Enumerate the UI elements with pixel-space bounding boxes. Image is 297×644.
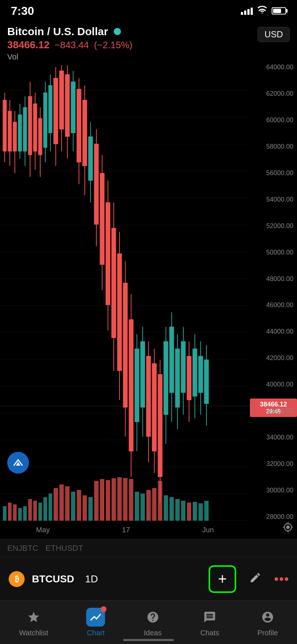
price-label-54000: 54000.00 bbox=[250, 196, 297, 203]
price-change: −843.44 bbox=[55, 40, 89, 51]
current-price: 38466.12 bbox=[7, 39, 50, 51]
svg-rect-137 bbox=[146, 490, 151, 521]
price-change-pct: (−2.15%) bbox=[94, 40, 133, 51]
chart-area[interactable]: 38466.12 29:49 64000.00 62000.00 60000.0… bbox=[0, 63, 297, 539]
svg-rect-3 bbox=[8, 111, 12, 151]
toolbar-symbol: BTCUSD bbox=[32, 573, 74, 585]
svg-rect-36 bbox=[65, 74, 70, 136]
svg-rect-125 bbox=[77, 490, 81, 521]
price-label-44000: 44000.00 bbox=[250, 328, 297, 335]
nav-ideas-label: Ideas bbox=[144, 629, 162, 637]
svg-rect-120 bbox=[49, 494, 52, 521]
price-label-58000: 58000.00 bbox=[250, 143, 297, 150]
chats-icon bbox=[200, 608, 219, 627]
more-options-button[interactable] bbox=[275, 577, 288, 581]
svg-rect-54 bbox=[100, 173, 104, 265]
price-label-48000: 48000.00 bbox=[250, 275, 297, 283]
nav-ideas[interactable]: Ideas bbox=[143, 608, 162, 637]
nav-profile[interactable]: Profile bbox=[258, 608, 278, 637]
price-label-64000: 64000.00 bbox=[250, 63, 297, 71]
svg-rect-51 bbox=[94, 144, 99, 224]
price-label-28000: 28000.00 bbox=[250, 513, 297, 521]
ideas-icon bbox=[143, 608, 162, 627]
ticker-ethusdt: ETHUSDT bbox=[46, 544, 83, 553]
svg-rect-66 bbox=[123, 283, 127, 407]
svg-rect-139 bbox=[158, 481, 162, 521]
price-label-62000: 62000.00 bbox=[250, 90, 297, 98]
svg-rect-119 bbox=[43, 497, 47, 521]
currency-badge[interactable]: USD bbox=[258, 27, 290, 42]
svg-rect-138 bbox=[152, 488, 156, 521]
svg-rect-141 bbox=[170, 497, 174, 521]
svg-rect-146 bbox=[198, 503, 203, 521]
nav-chart[interactable]: Chart bbox=[86, 608, 105, 637]
price-axis: 64000.00 62000.00 60000.00 58000.00 5600… bbox=[250, 63, 297, 539]
bottom-nav: Watchlist Chart Ideas Chats bbox=[0, 600, 297, 644]
svg-rect-102 bbox=[193, 349, 197, 396]
svg-rect-42 bbox=[77, 89, 81, 162]
nav-profile-label: Profile bbox=[258, 629, 278, 637]
svg-rect-18 bbox=[33, 104, 37, 151]
chart-header: Bitcoin / U.S. Dollar USD 38466.12 −843.… bbox=[0, 22, 297, 64]
svg-rect-63 bbox=[117, 254, 122, 371]
svg-rect-12 bbox=[23, 107, 27, 151]
svg-rect-128 bbox=[94, 481, 99, 521]
home-indicator bbox=[123, 639, 174, 641]
svg-rect-127 bbox=[88, 497, 93, 521]
price-label-40000: 40000.00 bbox=[250, 381, 297, 388]
svg-rect-140 bbox=[164, 495, 168, 521]
svg-rect-6 bbox=[13, 122, 17, 151]
price-label-30000: 30000.00 bbox=[250, 487, 297, 494]
pair-name: Bitcoin / U.S. Dollar bbox=[7, 25, 108, 38]
pencil-icon[interactable] bbox=[249, 571, 262, 587]
svg-rect-21 bbox=[38, 118, 42, 155]
svg-rect-108 bbox=[204, 360, 209, 404]
svg-rect-134 bbox=[129, 479, 133, 521]
svg-rect-124 bbox=[71, 492, 75, 521]
svg-rect-81 bbox=[152, 363, 156, 451]
svg-rect-60 bbox=[112, 228, 116, 338]
svg-rect-0 bbox=[3, 100, 7, 151]
btc-icon: ₿ bbox=[9, 571, 25, 587]
pair-row: Bitcoin / U.S. Dollar USD bbox=[7, 25, 290, 38]
svg-rect-111 bbox=[3, 506, 7, 521]
price-label-42000: 42000.00 bbox=[250, 354, 297, 362]
signal-icon bbox=[241, 7, 253, 15]
nav-watchlist[interactable]: Watchlist bbox=[19, 608, 48, 637]
svg-rect-33 bbox=[59, 71, 64, 129]
time-axis: May 17 Jun bbox=[0, 521, 250, 539]
svg-rect-39 bbox=[71, 82, 75, 133]
svg-rect-126 bbox=[83, 495, 87, 521]
svg-rect-84 bbox=[158, 374, 162, 476]
svg-rect-135 bbox=[135, 492, 139, 521]
svg-rect-15 bbox=[28, 96, 32, 155]
status-time: 7:30 bbox=[11, 4, 34, 18]
ticker-strip: ENJBTC ETHUSDT bbox=[0, 539, 297, 557]
svg-rect-113 bbox=[13, 504, 17, 521]
chart-toolbar: ₿ BTCUSD 1D + bbox=[0, 557, 297, 600]
toolbar-timeframe: 1D bbox=[85, 573, 98, 585]
svg-rect-121 bbox=[54, 488, 58, 521]
price-label-34000: 34000.00 bbox=[250, 434, 297, 441]
chart-notification-badge bbox=[101, 606, 106, 612]
svg-rect-117 bbox=[33, 501, 37, 521]
pair-status-dot bbox=[114, 28, 121, 35]
svg-rect-129 bbox=[100, 479, 104, 521]
chart-settings-button[interactable] bbox=[283, 522, 293, 535]
svg-rect-90 bbox=[170, 327, 174, 393]
svg-rect-133 bbox=[123, 478, 127, 521]
svg-rect-145 bbox=[193, 502, 197, 521]
time-label-may: May bbox=[36, 526, 50, 534]
nav-chats[interactable]: Chats bbox=[200, 608, 219, 637]
price-row: 38466.12 −843.44 (−2.15%) bbox=[7, 39, 290, 51]
svg-rect-122 bbox=[59, 484, 64, 521]
svg-rect-69 bbox=[129, 319, 133, 451]
svg-rect-132 bbox=[117, 477, 122, 521]
chart-icon bbox=[86, 608, 105, 627]
svg-rect-78 bbox=[146, 356, 151, 437]
time-label-jun: Jun bbox=[202, 526, 214, 534]
add-chart-button[interactable]: + bbox=[209, 565, 236, 593]
time-label-17: 17 bbox=[122, 526, 130, 534]
svg-rect-136 bbox=[141, 494, 145, 521]
svg-rect-30 bbox=[54, 78, 58, 144]
